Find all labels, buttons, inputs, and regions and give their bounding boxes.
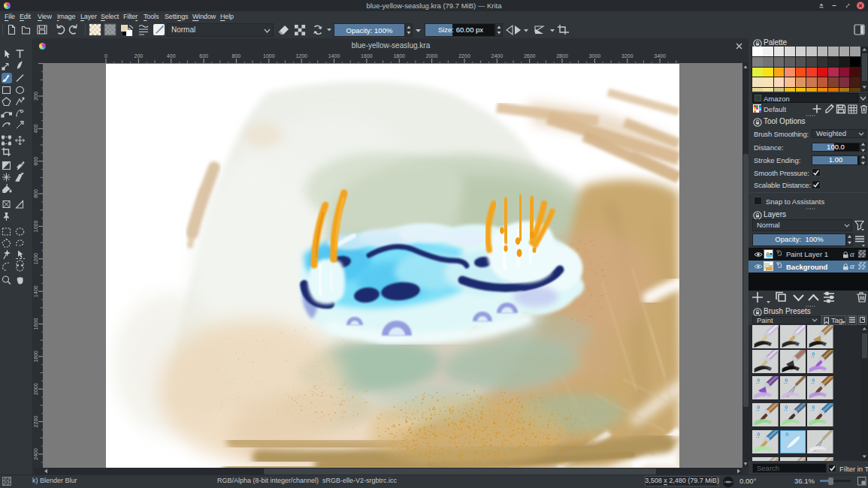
svg-text:1600: 1600 [361,53,373,59]
svg-text:2200: 2200 [458,53,470,59]
svg-text:2400: 2400 [34,448,38,460]
svg-text:2200: 2200 [34,416,38,428]
svg-text:3200: 3200 [622,53,634,59]
svg-text:2400: 2400 [491,53,504,59]
svg-text:3400: 3400 [654,53,666,59]
svg-text:1600: 1600 [34,318,38,330]
svg-text:1200: 1200 [295,53,307,59]
svg-text:800: 800 [232,53,241,59]
svg-text:3000: 3000 [589,53,601,59]
svg-text:200: 200 [34,92,38,101]
svg-text:400: 400 [34,124,38,133]
svg-text:1400: 1400 [34,285,38,297]
svg-text:1200: 1200 [34,253,38,265]
svg-text:2800: 2800 [556,53,568,59]
svg-text:1800: 1800 [393,53,405,59]
svg-text:800: 800 [34,189,38,198]
svg-text:2600: 2600 [524,53,536,59]
svg-text:1000: 1000 [263,53,275,59]
svg-text:600: 600 [34,157,38,166]
svg-text:1800: 1800 [34,351,38,363]
svg-text:2000: 2000 [34,383,38,395]
svg-text:200: 200 [135,53,144,59]
svg-text:1400: 1400 [328,53,340,59]
svg-text:600: 600 [199,53,208,59]
svg-text:1000: 1000 [34,221,38,233]
svg-text:2000: 2000 [426,53,438,59]
svg-text:0: 0 [104,53,107,59]
svg-text:400: 400 [167,53,176,59]
